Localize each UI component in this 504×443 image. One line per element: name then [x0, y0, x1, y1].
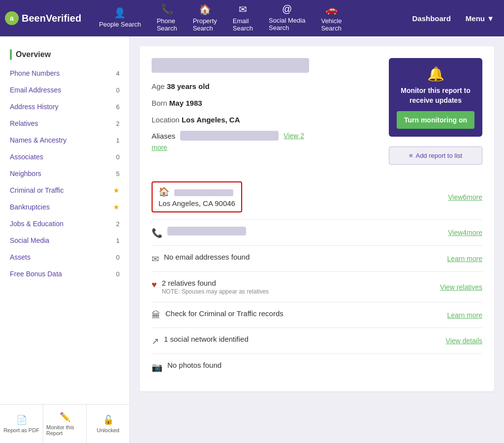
sidebar-footer: 📄 Report as PDF ✏️ Monitor this Report 🔓… [0, 404, 129, 443]
born-value: May 1983 [169, 99, 202, 107]
sidebar-label-associates: Associates [10, 153, 110, 161]
monitor-report-button[interactable]: ✏️ Monitor this Report [43, 405, 87, 443]
nav-item-phone-search[interactable]: 📞 PhoneSearch [149, 0, 185, 36]
age-detail: Age 38 years old [152, 81, 379, 92]
dashboard-link[interactable]: Dashboard [407, 11, 455, 26]
age-label: Age [152, 82, 165, 90]
sidebar-item-relatives[interactable]: Relatives 2 [0, 115, 129, 132]
sidebar-item-associates[interactable]: Associates 0 [0, 148, 129, 165]
people-search-icon: 👤 [114, 7, 126, 19]
add-report-to-list-button[interactable]: ≡ Add report to list [389, 147, 482, 165]
photos-row-text: No photos found [167, 361, 221, 369]
relatives-view-link[interactable]: View relatives [440, 283, 482, 291]
address-row: 🏠 Los Angeles, CA 90046 View6more [152, 175, 482, 220]
property-search-icon: 🏠 [199, 3, 211, 15]
nav-item-social-media-search[interactable]: @ Social MediaSearch [261, 0, 313, 36]
address-name-blur [174, 189, 233, 196]
monitor-report-icon: ✏️ [60, 412, 70, 422]
relatives-row-content: 2 relatives found NOTE: Spouses may appe… [162, 279, 430, 295]
phone-row-icon: 📞 [152, 228, 162, 238]
social-row-left: ↗ 1 social network identified [152, 335, 436, 347]
sidebar-label-neighbors: Neighbors [10, 170, 110, 177]
nav-label-phone-search: PhoneSearch [157, 17, 177, 32]
sidebar-count-assets: 0 [110, 254, 120, 261]
unlocked-label: Unlocked [97, 427, 120, 433]
turn-monitoring-on-button[interactable]: Turn monitoring on [397, 111, 474, 129]
social-media-search-icon: @ [282, 3, 292, 15]
sidebar-item-phone-numbers[interactable]: Phone Numbers 4 [0, 65, 129, 82]
menu-button[interactable]: Menu ▼ [461, 11, 499, 26]
logo-text: BeenVerified [22, 13, 81, 24]
sidebar-item-criminal-traffic[interactable]: Criminal or Traffic ★ [0, 182, 129, 199]
monitor-title: Monitor this report to receive updates [397, 86, 474, 105]
address-highlight-box: 🏠 Los Angeles, CA 90046 [152, 181, 242, 212]
sidebar-count-neighbors: 5 [110, 170, 120, 177]
more-link[interactable]: more [152, 144, 379, 151]
sidebar-count-jobs-education: 2 [110, 220, 120, 228]
aliases-label: Aliases [152, 132, 175, 140]
social-view-details-link[interactable]: View details [446, 337, 482, 345]
nav-label-email-search: EmailSearch [233, 17, 253, 32]
relatives-row-left: ♥ 2 relatives found NOTE: Spouses may ap… [152, 279, 430, 295]
location-detail: Location Los Angeles, CA [152, 114, 379, 126]
sidebar-count-social-media: 1 [110, 237, 120, 244]
sidebar-nav: Overview Phone Numbers 4 Email Addresses… [0, 36, 129, 404]
overview-label: Overview [16, 50, 51, 59]
main-layout: Overview Phone Numbers 4 Email Addresses… [0, 36, 504, 443]
address-row-left: 🏠 Los Angeles, CA 90046 [152, 181, 438, 212]
sidebar-count-bankruptcies: ★ [110, 203, 120, 211]
email-learn-more-link[interactable]: Learn more [447, 255, 482, 263]
sidebar-label-jobs-education: Jobs & Education [10, 220, 110, 228]
criminal-row-icon: 🏛 [152, 310, 160, 321]
criminal-learn-more-link[interactable]: Learn more [447, 311, 482, 319]
photos-row-icon: 📷 [152, 362, 162, 373]
sidebar-item-bankruptcies[interactable]: Bankruptcies ★ [0, 199, 129, 215]
nav-label-property-search: PropertySearch [193, 17, 217, 32]
sidebar-label-address-history: Address History [10, 103, 110, 111]
sidebar-label-phone-numbers: Phone Numbers [10, 69, 110, 77]
add-report-label: Add report to list [415, 152, 462, 159]
address-view-more-link[interactable]: View6more [448, 193, 482, 201]
nav-item-property-search[interactable]: 🏠 PropertySearch [185, 0, 225, 36]
sidebar-item-assets[interactable]: Assets 0 [0, 249, 129, 266]
phone-view-more-link[interactable]: View4more [448, 229, 482, 236]
sidebar-item-neighbors[interactable]: Neighbors 5 [0, 165, 129, 182]
unlocked-button[interactable]: 🔓 Unlocked [87, 405, 129, 443]
monitor-widget: 🔔 Monitor this report to receive updates… [389, 58, 482, 137]
nav-label-social-media-search: Social MediaSearch [269, 17, 305, 31]
sidebar-count-relatives: 2 [110, 120, 120, 127]
unlocked-icon: 🔓 [103, 414, 114, 425]
photos-row-left: 📷 No photos found [152, 361, 472, 373]
nav-item-email-search[interactable]: ✉ EmailSearch [225, 0, 261, 36]
sidebar-item-email-addresses[interactable]: Email Addresses 0 [0, 82, 129, 98]
monitor-bell-icon: 🔔 [397, 66, 474, 82]
aliases-view-link[interactable]: View 2 [284, 132, 304, 140]
sidebar-item-social-media[interactable]: Social Media 1 [0, 232, 129, 249]
nav-item-vehicle-search[interactable]: 🚗 VehicleSearch [313, 0, 349, 36]
logo[interactable]: a BeenVerified [5, 11, 81, 25]
sidebar-count-criminal-traffic: ★ [110, 186, 120, 194]
vehicle-search-icon: 🚗 [325, 3, 338, 15]
email-row-left: ✉ No email addresses found [152, 253, 437, 265]
sidebar-label-assets: Assets [10, 253, 110, 261]
age-value: 38 years old [167, 82, 210, 90]
sidebar-item-jobs-education[interactable]: Jobs & Education 2 [0, 215, 129, 232]
phone-row-left: 📞 [152, 227, 438, 238]
add-report-icon: ≡ [409, 152, 413, 159]
report-pdf-icon: 📄 [16, 414, 27, 425]
report-pdf-button[interactable]: 📄 Report as PDF [0, 405, 43, 443]
monitor-report-label: Monitor this Report [46, 424, 83, 436]
phone-row: 📞 View4more [152, 220, 482, 246]
sidebar-label-relatives: Relatives [10, 119, 110, 127]
sidebar-item-free-bonus-data[interactable]: Free Bonus Data 0 [0, 266, 129, 282]
sidebar-label-criminal-traffic: Criminal or Traffic [10, 186, 110, 194]
criminal-row-left: 🏛 Check for Criminal or Traffic records [152, 309, 437, 321]
sidebar-item-address-history[interactable]: Address History 6 [0, 98, 129, 115]
born-label: Born [152, 99, 167, 107]
address-home-icon: 🏠 [158, 187, 169, 197]
nav-right: Dashboard Menu ▼ [407, 11, 499, 26]
sidebar-item-names-ancestry[interactable]: Names & Ancestry 1 [0, 132, 129, 148]
nav-item-people-search[interactable]: 👤 People Search [91, 0, 149, 36]
phone-blur [167, 227, 246, 236]
sidebar-label-names-ancestry: Names & Ancestry [10, 136, 110, 144]
